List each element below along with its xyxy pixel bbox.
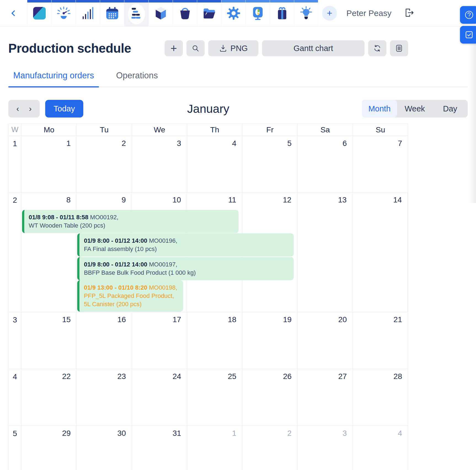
columns-icon [395,44,403,52]
day-cell-4[interactable]: 4 [187,136,242,192]
day-cell-2[interactable]: 2 [77,136,132,192]
stripe [246,0,270,2]
week-row-2: 289101112131401/8 9:08 - 01/11 8:58 MO00… [9,193,408,312]
day-cell-15[interactable]: 15 [22,312,77,369]
app-icon-ideas[interactable] [294,0,318,26]
day-cell-22[interactable]: 22 [22,369,77,426]
day-cell-25[interactable]: 25 [187,369,242,426]
day-cell-4[interactable]: 4 [353,426,408,470]
search-button[interactable] [186,40,205,56]
app-icon-gift[interactable] [270,0,294,26]
download-png-button[interactable]: PNG [208,40,258,56]
week-row-5: 52930311234 [9,426,408,470]
day-cell-3[interactable]: 3 [132,136,187,192]
app-icon-product[interactable] [148,0,173,26]
event-product: BBFP Base Bulk Food Product (1 000 kg) [84,269,289,277]
week-number: 3 [9,312,22,369]
app-toolbar: + Peter Peasy [0,0,476,26]
help-button[interactable] [460,6,476,24]
event-product: FA Final assembly (10 pcs) [84,245,289,253]
gantt-chart-button[interactable]: Gantt chart [262,40,365,56]
day-cell-20[interactable]: 20 [298,312,353,369]
prev-next-group: ‹ › [8,100,40,118]
day-cell-13[interactable]: 13 [298,193,353,312]
day-cell-27[interactable]: 27 [298,369,353,426]
weekday-header-su: Su [353,124,408,136]
event-time: 01/9 8:00 - 01/12 14:00 [84,261,147,268]
day-cell-7[interactable]: 7 [353,136,408,192]
columns-button[interactable] [390,40,408,56]
stripe [270,0,294,2]
download-icon [219,44,227,52]
user-name[interactable]: Peter Peasy [346,9,391,18]
floating-side-buttons [460,6,476,44]
day-cell-14[interactable]: 14 [353,193,408,312]
day-cell-16[interactable]: 16 [77,312,132,369]
day-cell-6[interactable]: 6 [298,136,353,192]
day-cell-18[interactable]: 18 [187,312,242,369]
app-icon-basket[interactable] [173,0,197,26]
main-content: Production schedule + PNG Gantt chart Ma… [0,40,476,470]
back-button[interactable] [0,0,27,26]
tab-bar: Manufacturing orders Operations [8,71,468,87]
weekday-header-fr: Fr [242,124,298,136]
day-cell-29[interactable]: 29 [22,426,77,470]
calendar-event-mo00198[interactable]: 01/9 13:00 - 01/10 8:20 MO00198,PFP_5L P… [77,280,183,312]
week-number: 5 [9,426,22,470]
stripe [52,0,76,2]
event-code: MO00197, [147,261,177,268]
view-month[interactable]: Month [362,100,397,118]
refresh-button[interactable] [368,40,386,56]
app-icon-logo[interactable] [27,0,51,26]
calendar-header-row: W MoTuWeThFrSaSu [9,124,408,136]
calendar-event-mo00192[interactable]: 01/8 9:08 - 01/11 8:58 MO00192,WT Wooden… [22,210,239,233]
event-product: PFP_5L Packaged Food Product, 5L Caniste… [84,292,178,308]
week-number: 2 [9,193,22,312]
stripe [76,0,100,2]
day-cell-26[interactable]: 26 [242,369,298,426]
app-icon-settings[interactable] [221,0,245,26]
add-button[interactable]: + [165,40,183,56]
tab-operations[interactable]: Operations [111,71,163,87]
view-day[interactable]: Day [432,100,468,118]
day-cell-3[interactable]: 3 [298,426,353,470]
today-button[interactable]: Today [45,100,83,118]
quick-add-button[interactable]: + [322,6,337,21]
app-icon-documents[interactable] [197,0,221,26]
prev-button[interactable]: ‹ [15,105,21,113]
app-icon-gantt[interactable] [124,0,148,26]
tasks-button[interactable] [460,26,476,44]
app-icon-dashboard[interactable] [51,0,76,26]
logout-button[interactable] [403,7,415,19]
week-number: 1 [9,136,22,192]
event-product: WT Wooden Table (200 pcs) [29,221,234,230]
weekday-header-we: We [132,124,187,136]
app-icon-bar-chart[interactable] [76,0,100,26]
day-cell-21[interactable]: 21 [353,312,408,369]
day-cell-17[interactable]: 17 [132,312,187,369]
calendar-nav: January ‹ › Today Month Week Day [8,100,468,118]
app-icon-presentation[interactable] [245,0,270,26]
stripe [294,0,318,2]
week-row-3: 315161718192021 [9,312,408,369]
stripe [173,0,197,2]
day-cell-24[interactable]: 24 [132,369,187,426]
tab-manufacturing-orders[interactable]: Manufacturing orders [8,71,99,87]
day-cell-31[interactable]: 31 [132,426,187,470]
app-icon-calendar[interactable] [100,0,124,26]
day-cell-2[interactable]: 2 [242,426,298,470]
day-cell-5[interactable]: 5 [242,136,298,192]
day-cell-1[interactable]: 1 [187,426,242,470]
week-row-4: 422232425262728 [9,369,408,426]
view-week[interactable]: Week [397,100,432,118]
stripe [100,0,124,2]
calendar-event-mo00196[interactable]: 01/9 8:00 - 01/12 14:00 MO00196,FA Final… [77,233,294,257]
next-button[interactable]: › [27,105,33,113]
day-cell-1[interactable]: 1 [22,136,77,192]
calendar-event-mo00197[interactable]: 01/9 8:00 - 01/12 14:00 MO00197,BBFP Bas… [77,257,294,280]
day-cell-28[interactable]: 28 [353,369,408,426]
calendar-grid: W MoTuWeThFrSaSu 11234567289101112131401… [8,124,408,470]
day-cell-30[interactable]: 30 [77,426,132,470]
day-cell-19[interactable]: 19 [242,312,298,369]
day-cell-23[interactable]: 23 [77,369,132,426]
